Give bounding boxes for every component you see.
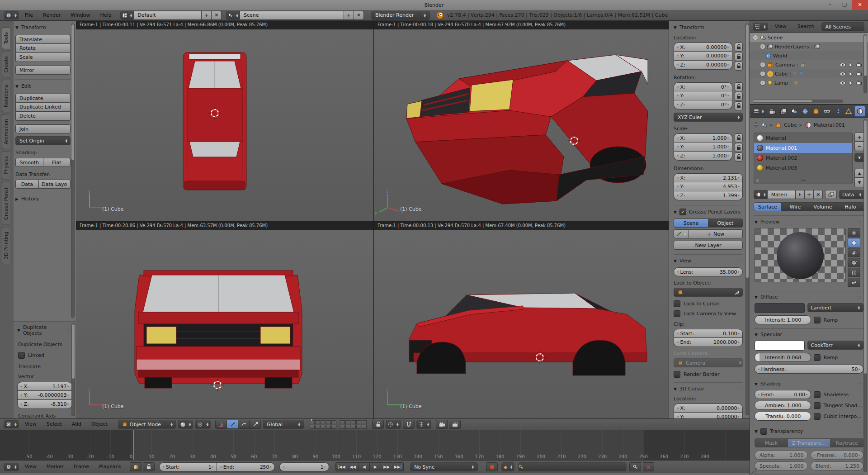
viewport-top-canvas[interactable]: y x (76, 29, 373, 221)
layer-cell[interactable] (321, 425, 326, 429)
lens-field[interactable]: ◂Lens:35.000▸ (674, 267, 743, 276)
local-camera-field[interactable]: Camera ✕ (674, 358, 743, 367)
viewport-front[interactable]: Frame:1 | Time:00:20.86 | Ve:294 Fa:570 … (76, 222, 373, 418)
outliner-row-cube[interactable]: + ▽ Cube| ▽ (750, 69, 868, 78)
pivot-point-dropdown[interactable]: ▲▼ (195, 420, 211, 429)
tab-modifiers[interactable] (833, 106, 843, 116)
linked-checkbox[interactable] (18, 352, 25, 359)
unlink-material-button[interactable]: ✕ (814, 190, 823, 199)
fake-user-button[interactable]: F (796, 190, 805, 199)
type-volume-button[interactable]: Volume (809, 202, 837, 211)
manipulator-translate-toggle[interactable] (227, 420, 238, 429)
add-material-slot-button[interactable]: + (854, 133, 864, 142)
menu-view-timeline[interactable]: View (21, 462, 41, 472)
panel-header-edit[interactable]: ▼Edit (15, 83, 71, 89)
layer-cell[interactable] (315, 425, 320, 429)
rotation-y-field[interactable]: ◂Y:0°▸ (674, 91, 732, 100)
delete-scene-button[interactable]: ✕ (354, 11, 364, 20)
tab-grease-pencil[interactable]: Grease Pencil (2, 181, 10, 225)
tab-texture[interactable] (866, 106, 868, 116)
next-keyframe-button[interactable]: ▶▶ (381, 462, 392, 471)
shade-smooth-button[interactable]: Smooth (15, 158, 43, 167)
scale-x-field[interactable]: ◂X:1.000▸ (674, 133, 732, 142)
gp-new-layer-button[interactable]: New Layer (674, 241, 743, 250)
cursor-x-field[interactable]: ◂X:0.00000▸ (674, 404, 743, 413)
sync-dropdown[interactable]: No Sync▲▼ (410, 462, 478, 471)
snap-element-dropdown[interactable]: ▲▼ (416, 420, 432, 429)
translate-button[interactable]: Translate (15, 35, 71, 44)
jump-to-end-button[interactable]: ▶▶| (392, 462, 404, 471)
play-button[interactable]: ▶ (370, 462, 381, 471)
specular-intensity-slider[interactable]: Intensit: 0.068 (755, 353, 811, 362)
operator-panel-header[interactable]: ▼Duplicate Objects:::: (14, 322, 76, 336)
slot-material-001[interactable]: Material.001 (754, 143, 852, 153)
list-filter-icon[interactable]: ⊕ (756, 178, 760, 183)
panel-header-preview[interactable]: ▼Preview:::: (750, 216, 868, 225)
layer-cell[interactable] (331, 420, 336, 424)
mirror-button[interactable]: Mirror (15, 66, 71, 75)
manipulator-scale-toggle[interactable] (250, 420, 261, 429)
keying-set-field[interactable] (518, 462, 627, 471)
layer-cell[interactable] (340, 425, 345, 429)
maximize-button[interactable]: ▢ (837, 0, 852, 10)
selectability-cursor-icon[interactable] (849, 81, 853, 86)
layer-cell[interactable] (351, 425, 356, 429)
vector-z-field[interactable]: ◂Z:-8.310▸ (17, 400, 72, 409)
lock-frame-range-toggle[interactable] (143, 462, 155, 471)
transparency-ztransp-button[interactable]: Z Transpare... (788, 438, 830, 447)
menu-frame[interactable]: Frame (70, 462, 93, 472)
collapse-icon[interactable]: − (753, 35, 758, 40)
render-opengl-button[interactable] (436, 420, 448, 429)
remove-material-slot-button[interactable]: − (854, 142, 864, 151)
delete-button[interactable]: Delete (15, 112, 71, 121)
transparency-raytrace-button[interactable]: Raytrace (830, 438, 863, 447)
preview-world-button[interactable] (848, 278, 860, 287)
add-scene-button[interactable]: + (344, 11, 354, 20)
panel-header-specular[interactable]: ▼Specular:::: (750, 329, 868, 337)
diffuse-shader-dropdown[interactable]: Lambert▲▼ (807, 303, 864, 312)
tab-material[interactable] (854, 106, 865, 117)
clip-start-field[interactable]: ◂Start:0.100▸ (674, 329, 743, 338)
screen-layout-field[interactable]: Default (134, 11, 202, 20)
vector-x-field[interactable]: ◂X:-1.197▸ (17, 382, 72, 391)
layer-cell[interactable] (351, 420, 356, 424)
insert-keyframe-button[interactable] (629, 462, 641, 471)
specular-ramp-checkbox[interactable] (814, 354, 821, 361)
outliner-row-lamp[interactable]: + Lamp| (750, 78, 868, 87)
jump-to-start-button[interactable]: |◀◀ (335, 462, 347, 471)
breadcrumb-material-name[interactable]: Material.001 (814, 122, 845, 128)
breadcrumb-object-icon[interactable] (775, 122, 781, 128)
tab-tools[interactable]: Tools (2, 27, 10, 49)
renderability-camera-icon[interactable] (856, 71, 862, 76)
renderability-camera-icon[interactable] (856, 62, 862, 67)
panel-header-3d-cursor[interactable]: ▼3D Cursor:::: (674, 386, 743, 392)
editor-type-info-dropdown[interactable]: i ▲▼ (4, 11, 19, 19)
lock-scale-x-icon[interactable] (735, 133, 743, 142)
panel-header-shading[interactable]: ▼Shading:::: (750, 378, 868, 387)
preview-sphere-button[interactable] (848, 238, 860, 247)
frame-end-field[interactable]: ◂End:250▸ (217, 462, 275, 471)
preview-cube-button[interactable] (848, 248, 860, 257)
location-x-field[interactable]: ◂X:0.00000▸ (674, 43, 732, 52)
lock-location-z-icon[interactable] (735, 62, 743, 71)
menu-render[interactable]: Render (39, 10, 65, 20)
lock-location-y-icon[interactable] (735, 52, 743, 61)
dimensions-z-field[interactable]: ◂Z:1.399▸ (674, 191, 743, 200)
menu-object[interactable]: Object (87, 419, 112, 429)
tab-animation[interactable]: Animation (2, 114, 10, 149)
add-layout-button[interactable]: + (202, 11, 212, 20)
type-wire-button[interactable]: Wire (782, 202, 809, 211)
tab-object-data[interactable] (844, 106, 854, 116)
new-material-button[interactable]: + (805, 190, 814, 199)
visibility-eye-icon[interactable] (840, 72, 846, 76)
tab-object[interactable] (811, 106, 821, 116)
gp-scene-toggle[interactable]: Scene (674, 218, 708, 228)
editor-type-timeline-dropdown[interactable]: ▲▼ (4, 463, 19, 471)
slot-material[interactable]: Material (754, 133, 852, 143)
slot-material-002[interactable]: Material.002 (754, 153, 852, 163)
specular-hardness-field[interactable]: ◂Hardness:50▸ (755, 365, 863, 374)
material-browse-dropdown[interactable]: ▲▼ (754, 190, 768, 199)
slot-move-up-button[interactable]: ▲ (854, 169, 864, 178)
panel-header-view[interactable]: ▼View:::: (674, 258, 743, 264)
type-surface-button[interactable]: Surface (754, 202, 782, 211)
